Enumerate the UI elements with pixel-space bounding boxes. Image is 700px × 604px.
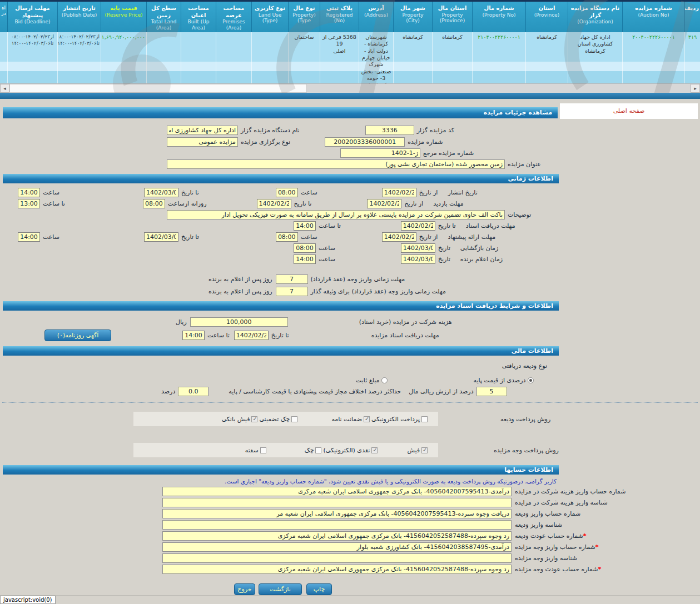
method-guarantee: ضمانت نامه	[331, 416, 371, 423]
visit-to-date-input[interactable]	[257, 199, 291, 208]
col-registered-no: پلاک ثبتیRegistered (No)	[320, 2, 359, 32]
section-time-header: اطلاعات زمانی	[3, 174, 559, 183]
cell-built-area	[181, 32, 216, 83]
fee-deposit-id-input[interactable]	[162, 498, 512, 507]
fixed-option-radio[interactable]	[381, 377, 388, 383]
page-header-row: صفحه اصلی مشاهده جزئیات مزایده	[0, 106, 700, 120]
col-province: استان(Province)	[525, 2, 568, 32]
issuer-code-input[interactable]	[365, 126, 414, 135]
doc-receive-date-input[interactable]	[401, 221, 435, 231]
cash-electronic-checkbox[interactable]	[371, 447, 378, 453]
pay-deadline-input[interactable]	[276, 274, 308, 284]
table-row[interactable]: ۳۱۹ ۲۰۰۴۰۰۲۲۲۶۰۰۰۰۱ اداره کل جهاد کشاورز…	[0, 32, 700, 83]
publish-to-time-input[interactable]	[18, 188, 40, 197]
max-diff-input[interactable]	[178, 387, 208, 396]
description-label: توضیحات	[508, 211, 531, 218]
print-button[interactable]: چاپ	[306, 583, 332, 595]
docs-deadline-label: مهلت دریافت اسناد مزایده	[371, 332, 439, 339]
row-visit: تا ساعت روزانه ازساعت تا تاریخ از تاریخ …	[18, 198, 700, 209]
account-label: شناسه واریز وجه مزایده	[515, 555, 577, 562]
doc-receive-time-input[interactable]	[294, 221, 316, 231]
col-organization: نام دستگاه مزایده گزار(Organization)	[568, 2, 622, 32]
max-diff-unit: درصد	[161, 388, 175, 395]
publish-from-time-input[interactable]	[276, 188, 298, 197]
auction-no-input[interactable]	[325, 137, 405, 147]
visit-to-time-input[interactable]	[18, 199, 40, 208]
opening-time-input[interactable]	[294, 243, 316, 253]
promissory-checkbox[interactable]	[260, 447, 266, 453]
scrollbar-track[interactable]	[307, 84, 691, 93]
check-checkbox[interactable]	[315, 447, 321, 453]
newspaper-ad-button[interactable]: آگهی روزنامه(۰)	[44, 330, 111, 341]
col-reserve-price: قیمت پایه(Reserve Price)	[101, 2, 146, 32]
winner-time-input[interactable]	[294, 254, 316, 264]
ref-no-input[interactable]	[340, 148, 420, 158]
row-publish: ساعت تا تاریخ ساعت از تاریخ تاریخ انتشار	[18, 187, 700, 198]
auction-title-input[interactable]	[167, 159, 505, 169]
hour-label: ساعت	[301, 233, 317, 241]
org-name-input[interactable]	[167, 126, 238, 135]
pay-deadline-guarantor-input[interactable]	[276, 287, 308, 296]
account-row: شماره حساب واریز هزینه شرکت در مزایده	[162, 486, 700, 497]
to-date-label: تا تاریخ	[181, 233, 199, 241]
publish-from-date-input[interactable]	[382, 188, 416, 197]
horizontal-scrollbar[interactable]: ◂ ▸	[0, 83, 700, 93]
offer-to-date-input[interactable]	[144, 232, 178, 242]
scrollbar-thumb[interactable]	[9, 84, 307, 93]
description-input[interactable]	[167, 210, 505, 219]
account-row: شماره حساب واریز وجه مزایده	[162, 541, 700, 552]
pay-deadline-guarantor-label: مهلت زمانی واریز وجه (عقد قرارداد) برای …	[311, 288, 446, 295]
back-button[interactable]: بازگشت	[259, 583, 302, 595]
percent-option-radio[interactable]	[528, 377, 534, 383]
account-row: شماره حساب عودت ودیعه	[162, 530, 700, 541]
row-deposit-radios: مبلغ ثابت درصدی از قیمت پایه	[356, 375, 700, 386]
publish-to-date-input[interactable]	[144, 188, 178, 197]
payment-id-input[interactable]	[162, 553, 512, 563]
bank-receipt-checkbox[interactable]	[251, 416, 257, 422]
offer-from-date-input[interactable]	[382, 232, 416, 242]
docs-deadline-date-input[interactable]	[234, 331, 269, 340]
offer-to-time-input[interactable]	[18, 232, 40, 242]
row-doc-receive: تا ساعت تا تاریخ مهلت دریافت اسناد	[294, 220, 700, 231]
payment-account-input[interactable]	[162, 542, 512, 552]
receipt-checkbox[interactable]	[421, 447, 428, 453]
exit-button[interactable]: خروج	[234, 583, 255, 595]
deposit-refund-account-input[interactable]	[162, 531, 512, 541]
account-label: شماره حساب واریز وجه مزایده	[515, 543, 595, 551]
payment-methods-label: روش پرداخت وجه مزایده	[494, 447, 559, 454]
payment-refund-account-input[interactable]	[162, 565, 512, 574]
cell-auction-no: ۲۰۰۴۰۰۲۲۲۶۰۰۰۰۱	[622, 32, 684, 83]
electronic-checkbox[interactable]	[421, 416, 428, 422]
percent-option-label: درصدی از قیمت پایه	[473, 377, 525, 384]
visit-from-date-input[interactable]	[367, 199, 401, 208]
winner-date-input[interactable]	[401, 254, 435, 264]
browser-status-bar: javascript:void(0)	[0, 595, 700, 604]
opening-date-input[interactable]	[401, 243, 435, 253]
row-offer: ساعت تا تاریخ ساعت از تاریخ مهلت ارائه پ…	[18, 231, 700, 242]
tab-home[interactable]: صفحه اصلی	[560, 103, 698, 119]
scroll-left-arrow-icon[interactable]: ◂	[0, 84, 9, 93]
certified-check-checkbox[interactable]	[291, 416, 297, 422]
publish-label: تاریخ انتشار	[448, 189, 477, 196]
visit-from-time-input[interactable]	[143, 199, 165, 208]
fee-input[interactable]	[190, 317, 288, 327]
percent-input[interactable]	[476, 387, 507, 396]
section-accounts-header: اطلاعات حسابها	[3, 465, 559, 475]
row-deposit-methods: پرداخت الکترونیکی ضمانت نامه چک تضمینی ف…	[133, 412, 700, 426]
deposit-id-input[interactable]	[162, 520, 512, 530]
fee-label: هزینه شرکت در مزایده (خرید اسناد)	[359, 318, 452, 326]
row-pay-deadline: روز پس از اعلام به برنده مهلت زمانی واری…	[208, 273, 700, 284]
account-row: شناسه واریز ودیعه	[162, 519, 700, 530]
offer-from-time-input[interactable]	[276, 232, 298, 242]
docs-deadline-time-input[interactable]	[182, 331, 205, 340]
scroll-right-arrow-icon[interactable]: ▸	[691, 84, 700, 93]
col-publish-date: تاریخ انتشار(Publish Date)	[57, 2, 101, 32]
col-auction-no: شماره مزایده(Auction No)	[622, 2, 684, 32]
fee-deposit-account-input[interactable]	[162, 487, 512, 496]
org-name-label: نام دستگاه مزایده گزار	[241, 127, 300, 134]
auction-type-input[interactable]	[167, 137, 238, 147]
guarantee-checkbox[interactable]	[364, 416, 370, 422]
deposit-account-input[interactable]	[162, 509, 512, 518]
method-receipt: فیش	[407, 447, 429, 454]
offer-label: مهلت ارائه پیشنهاد	[448, 233, 495, 241]
